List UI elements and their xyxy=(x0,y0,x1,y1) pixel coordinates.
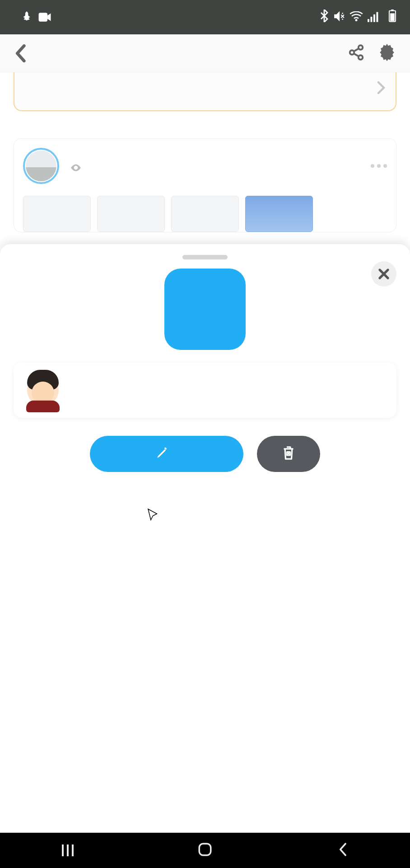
svg-rect-0 xyxy=(39,13,48,22)
settings-icon[interactable] xyxy=(377,43,396,64)
person-row[interactable] xyxy=(14,363,396,418)
svg-rect-7 xyxy=(391,9,394,11)
avatar xyxy=(27,374,59,406)
signal-icon xyxy=(368,9,379,26)
svg-point-10 xyxy=(359,55,363,59)
snap-thumb[interactable] xyxy=(171,196,239,232)
back-button[interactable] xyxy=(9,44,32,62)
rewatch-banner[interactable] xyxy=(14,72,396,111)
snap-thumb[interactable] xyxy=(245,196,313,232)
svg-rect-12 xyxy=(199,844,211,855)
share-icon[interactable] xyxy=(348,44,365,63)
delete-button[interactable] xyxy=(257,436,320,472)
svg-point-9 xyxy=(350,50,354,55)
home-button[interactable] xyxy=(197,842,213,859)
my-story-card[interactable] xyxy=(14,138,396,232)
svg-rect-3 xyxy=(373,14,375,22)
bluetooth-icon xyxy=(320,9,329,26)
pencil-icon xyxy=(156,445,168,463)
mute-icon xyxy=(333,9,345,26)
story-ring[interactable] xyxy=(23,148,59,184)
android-navbar xyxy=(0,833,410,868)
video-icon xyxy=(38,9,51,26)
snap-thumb[interactable] xyxy=(97,196,165,232)
svg-rect-6 xyxy=(390,13,395,21)
nav-back-button[interactable] xyxy=(336,842,348,859)
svg-point-8 xyxy=(359,45,363,50)
trash-icon xyxy=(281,445,296,462)
snap-thumb[interactable] xyxy=(23,196,91,232)
story-snap-thumbnails xyxy=(23,196,387,232)
close-button[interactable] xyxy=(371,261,396,287)
chevron-right-icon xyxy=(377,80,386,99)
svg-rect-4 xyxy=(377,12,378,22)
countdown-tile xyxy=(164,269,246,350)
eye-icon xyxy=(70,160,82,175)
profile-header xyxy=(0,34,410,72)
recents-button[interactable] xyxy=(62,844,74,856)
more-icon[interactable] xyxy=(371,164,387,168)
snapchat-icon xyxy=(20,9,32,26)
status-bar xyxy=(0,0,410,34)
sheet-handle[interactable] xyxy=(182,255,228,259)
svg-rect-1 xyxy=(368,19,369,22)
countdown-sheet xyxy=(0,244,410,833)
svg-rect-2 xyxy=(371,17,373,22)
battery-icon xyxy=(388,9,396,26)
story-thumbnail xyxy=(26,151,56,181)
edit-button[interactable] xyxy=(90,436,243,472)
wifi-icon xyxy=(349,9,363,26)
